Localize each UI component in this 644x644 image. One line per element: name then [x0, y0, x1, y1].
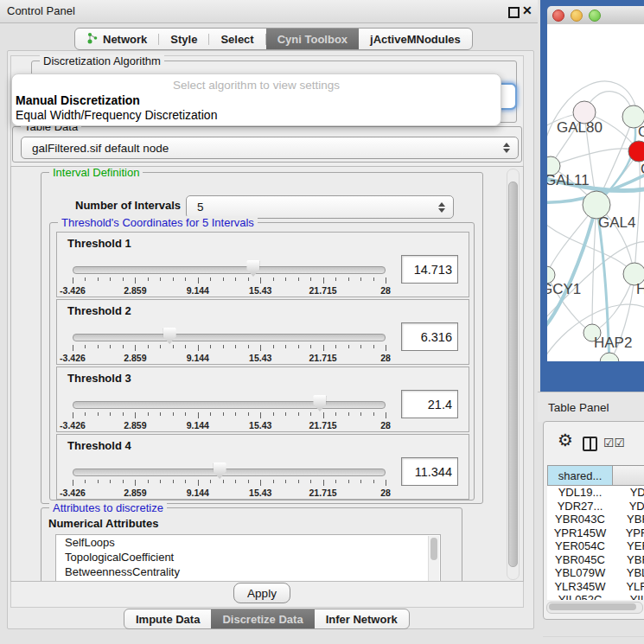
apply-button[interactable]: Apply	[233, 583, 290, 603]
number-of-intervals-label: Number of Intervals	[75, 199, 181, 212]
slider-tick	[110, 412, 111, 416]
group-title: Discretization Algorithm	[40, 54, 164, 67]
slider-thumb[interactable]	[214, 462, 226, 479]
scrollbar-thumb[interactable]	[549, 603, 636, 610]
scrollbar-thumb[interactable]	[508, 182, 518, 567]
tab-discretize-data[interactable]: Discretize Data	[211, 609, 314, 628]
threshold-slider[interactable]: -3.4262.8599.14415.4321.71528	[73, 323, 386, 361]
slider-tick	[260, 345, 261, 351]
slider-tick-label: -3.426	[60, 285, 86, 296]
threshold-value-field[interactable]	[401, 390, 458, 418]
algorithm-option[interactable]: Equal Width/Frequency Discretization	[16, 108, 217, 122]
table-row[interactable]: YBL079WYBL079W	[547, 566, 644, 580]
table-row[interactable]: YDL19...YDL19...	[547, 486, 644, 500]
slider-tick	[110, 345, 111, 348]
list-scrollbar[interactable]	[428, 536, 439, 582]
slider-tick	[198, 412, 199, 418]
close-icon[interactable]: ✕	[522, 3, 532, 17]
zoom-button[interactable]	[589, 10, 601, 22]
network-window-titlebar[interactable]	[547, 6, 644, 25]
tab-label: Impute Data	[136, 613, 200, 626]
table-row[interactable]: YBR043CYBR043C	[547, 513, 644, 526]
slider-tick	[298, 412, 299, 416]
minimize-button[interactable]	[571, 10, 583, 22]
threshold-panel: Threshold 2-3.4262.8599.14415.4321.71528	[56, 299, 469, 365]
column-header-shared-[interactable]: shared...	[547, 465, 613, 486]
table-cell: YBL079W	[547, 566, 613, 580]
slider-track	[73, 401, 386, 409]
slider-tick	[335, 480, 336, 483]
panel-scrollbar[interactable]	[507, 169, 520, 580]
network-node[interactable]	[600, 353, 619, 361]
tab-network[interactable]: Network	[75, 29, 158, 49]
tab-label: Cyni Toolbox	[277, 33, 348, 46]
slider-tick-label: 28	[380, 488, 391, 498]
slider-tick	[123, 480, 124, 483]
slider-tick-label: -3.426	[60, 488, 86, 498]
number-of-intervals-combobox[interactable]: 5	[186, 195, 454, 219]
slider-tick-label: 2.859	[124, 285, 146, 296]
network-graph[interactable]: GAL80GCGAL11GAL4GCY1HHAP2	[547, 24, 644, 361]
slider-tick-label: 2.859	[124, 488, 146, 498]
table-cell: YER054C	[613, 539, 644, 553]
threshold-slider[interactable]: -3.4262.8599.14415.4321.71528	[73, 458, 386, 496]
slider-tick	[185, 480, 186, 483]
tab-infer-network[interactable]: Infer Network	[315, 609, 409, 628]
slider-tick	[273, 412, 274, 416]
slider-tick	[135, 277, 136, 284]
list-item[interactable]: SelfLoops	[56, 535, 440, 550]
slider-tick	[85, 480, 86, 483]
slider-tick	[335, 345, 336, 348]
column-header-na[interactable]: na	[613, 465, 644, 486]
table-row[interactable]: YPR145WYPR145W	[547, 526, 644, 540]
table-row[interactable]: YDR27...YDR27...	[547, 500, 644, 513]
tab-label: jActiveMNodules	[370, 33, 461, 46]
slider-tick	[310, 480, 311, 483]
tab-style[interactable]: Style	[159, 29, 208, 49]
slider-tick-label: 9.144	[187, 420, 209, 430]
table-cell: YLR345W	[547, 580, 613, 594]
table-data-combobox[interactable]: galFiltered.sif default node	[21, 137, 519, 159]
slider-tick	[73, 412, 73, 418]
list-item[interactable]: TopologicalCoefficient	[56, 550, 440, 564]
table-row[interactable]: YIL052CYIL052C	[547, 593, 644, 600]
threshold-value-field[interactable]	[401, 255, 458, 284]
slider-tick	[248, 277, 249, 281]
table-row[interactable]: YBR045CYBR045C	[547, 553, 644, 567]
node-label: GCY1	[547, 281, 581, 297]
network-canvas[interactable]: GAL80GCGAL11GAL4GCY1HHAP2	[547, 24, 644, 361]
list-item[interactable]: BetweennessCentrality	[56, 564, 440, 579]
threshold-slider[interactable]: -3.4262.8599.14415.4321.71528	[73, 256, 386, 294]
gear-icon[interactable]: ⚙	[558, 431, 573, 449]
select-columns-icon[interactable]: ☑☑	[603, 436, 625, 450]
algorithm-option[interactable]: Manual Discretization	[16, 93, 140, 107]
table-row[interactable]: YLR345WYLR345W	[547, 580, 644, 594]
scrollbar-thumb[interactable]	[430, 538, 437, 560]
window-title: Control Panel	[7, 4, 75, 17]
table-row[interactable]: YER054CYER054C	[547, 539, 644, 553]
node-label: HAP2	[594, 335, 632, 351]
slider-thumb[interactable]	[313, 395, 326, 411]
slider-thumb[interactable]	[246, 260, 259, 277]
slider-tick	[285, 412, 286, 416]
tab-select[interactable]: Select	[209, 29, 265, 49]
close-button[interactable]	[552, 10, 564, 22]
table-horizontal-scrollbar[interactable]	[546, 602, 643, 614]
slider-tick	[123, 277, 124, 281]
table-cell: YBR045C	[547, 553, 613, 567]
threshold-slider[interactable]: -3.4262.8599.14415.4321.71528	[73, 391, 386, 429]
threshold-value-field[interactable]	[401, 322, 458, 351]
threshold-value-field[interactable]	[401, 457, 458, 486]
slider-tick	[148, 277, 149, 281]
tab-jactivemnodules[interactable]: jActiveMNodules	[359, 29, 472, 49]
tab-cyni-toolbox[interactable]: Cyni Toolbox	[266, 29, 359, 49]
slider-tick	[198, 480, 199, 486]
float-window-icon[interactable]	[508, 7, 520, 18]
numerical-attributes-list[interactable]: SelfLoopsTopologicalCoefficientBetweenne…	[55, 534, 441, 582]
split-columns-icon[interactable]	[583, 437, 597, 451]
slider-tick	[235, 277, 236, 281]
slider-tick	[386, 277, 386, 284]
slider-tick	[198, 277, 199, 284]
slider-thumb[interactable]	[163, 328, 176, 344]
tab-impute-data[interactable]: Impute Data	[124, 609, 211, 628]
